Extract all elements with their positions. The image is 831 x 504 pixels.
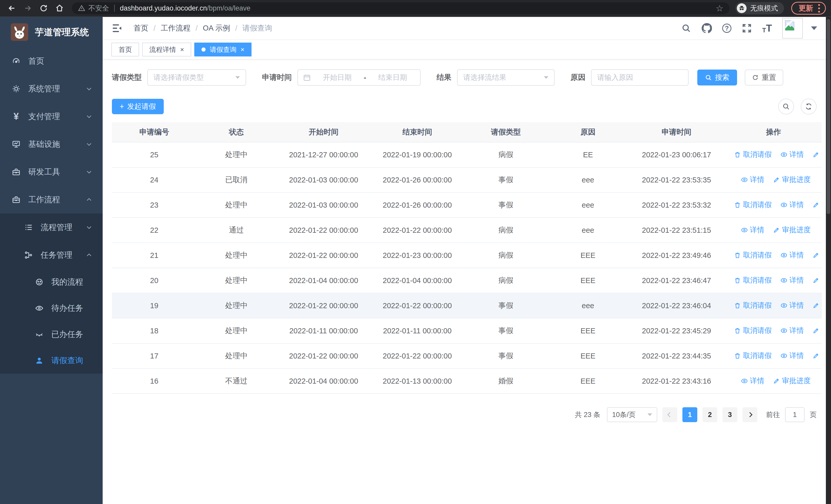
leave-type-select[interactable]: 请选择请假类型 <box>147 69 246 86</box>
detail-link[interactable]: 详情 <box>741 376 764 386</box>
progress-link[interactable]: 审批进度 <box>812 275 822 285</box>
progress-link[interactable]: 审批进度 <box>812 200 822 210</box>
sidebar-item-支付管理[interactable]: ¥支付管理 <box>0 102 103 130</box>
table-row[interactable]: 17处理中2022-01-22 00:00:002022-01-22 00:00… <box>112 343 822 368</box>
cell-actions: 取消请假详情审批进度 <box>725 343 822 368</box>
table-row[interactable]: 25处理中2021-12-27 00:00:002022-01-19 00:00… <box>112 142 822 167</box>
progress-link[interactable]: 审批进度 <box>812 326 822 335</box>
search-icon[interactable] <box>681 23 691 33</box>
progress-link[interactable]: 审批进度 <box>812 300 822 310</box>
fullscreen-icon[interactable] <box>742 23 752 33</box>
table-row[interactable]: 21处理中2022-01-22 00:00:002022-01-23 00:00… <box>112 243 822 268</box>
detail-link[interactable]: 详情 <box>780 326 804 335</box>
tab-close-icon[interactable]: × <box>180 46 184 53</box>
apply-time-range-picker[interactable]: 开始日期 - 结束日期 <box>297 69 421 86</box>
table-row[interactable]: 20处理中2022-01-04 00:00:002022-01-04 00:00… <box>112 268 822 293</box>
tab-首页[interactable]: 首页 <box>111 42 139 56</box>
page-size-select[interactable]: 10条/页 <box>607 407 657 422</box>
cancel-link[interactable]: 取消请假 <box>734 326 772 335</box>
cancel-link[interactable]: 取消请假 <box>734 351 772 360</box>
font-size-icon[interactable]: TT <box>762 23 772 34</box>
cancel-link[interactable]: 取消请假 <box>734 300 772 310</box>
cancel-link[interactable]: 取消请假 <box>734 275 772 285</box>
progress-link[interactable]: 审批进度 <box>773 376 811 386</box>
detail-link[interactable]: 详情 <box>780 351 804 360</box>
detail-link[interactable]: 详情 <box>741 175 764 184</box>
column-header-操作: 操作 <box>725 122 822 142</box>
table-refresh-icon[interactable] <box>801 98 816 114</box>
cancel-link[interactable]: 取消请假 <box>734 200 772 210</box>
tab-close-icon[interactable]: × <box>240 46 244 53</box>
sidebar-item-首页[interactable]: 首页 <box>0 47 103 75</box>
create-leave-button[interactable]: + 发起请假 <box>112 99 164 114</box>
progress-link[interactable]: 审批进度 <box>812 250 822 260</box>
table-row[interactable]: 16不通过2022-01-04 00:00:002022-01-13 00:00… <box>112 368 822 394</box>
table-row[interactable]: 24已取消2022-01-03 00:00:002022-01-26 00:00… <box>112 167 822 192</box>
sidebar-item-工作流程[interactable]: 工作流程 <box>0 186 103 213</box>
table-row[interactable]: 22通过2022-01-22 00:00:002022-01-22 00:00:… <box>112 217 822 243</box>
url-bar[interactable]: 不安全 dashboard.yudao.iocoder.cn/bpm/oa/le… <box>72 2 729 14</box>
tab-流程详情[interactable]: 流程详情× <box>142 42 191 56</box>
security-indicator[interactable]: 不安全 <box>78 4 109 13</box>
column-header-结束时间: 结束时间 <box>371 122 463 142</box>
page-button-1[interactable]: 1 <box>682 407 697 422</box>
detail-link[interactable]: 详情 <box>780 250 804 260</box>
goto-label: 前往 <box>766 410 780 419</box>
cancel-link[interactable]: 取消请假 <box>734 150 772 159</box>
sidebar-item-研发工具[interactable]: 研发工具 <box>0 158 103 186</box>
back-icon[interactable] <box>5 2 19 15</box>
avatar-caret-icon[interactable] <box>811 26 817 30</box>
page-scrollbar[interactable] <box>826 17 831 504</box>
detail-link[interactable]: 详情 <box>741 225 764 235</box>
breadcrumb-home[interactable]: 首页 <box>134 23 148 33</box>
sidebar-item-请假查询[interactable]: 请假查询 <box>0 348 103 374</box>
breadcrumb-workflow[interactable]: 工作流程 <box>161 23 191 33</box>
detail-link[interactable]: 详情 <box>780 275 804 285</box>
forward-icon[interactable] <box>21 2 34 15</box>
sidebar-item-待办任务[interactable]: 待办任务 <box>0 295 103 321</box>
prev-page-button[interactable] <box>662 407 677 422</box>
goto-page-input[interactable] <box>785 407 805 422</box>
update-button[interactable]: 更新 <box>791 2 826 14</box>
browser-toolbar: 不安全 dashboard.yudao.iocoder.cn/bpm/oa/le… <box>0 0 831 17</box>
detail-link[interactable]: 详情 <box>780 200 804 210</box>
sidebar-item-已办任务[interactable]: 已办任务 <box>0 321 103 348</box>
page-button-2[interactable]: 2 <box>703 407 717 422</box>
detail-link[interactable]: 详情 <box>780 300 804 310</box>
browser-menu-icon[interactable] <box>818 4 820 12</box>
app-logo-row[interactable]: 芋道管理系统 <box>0 17 103 47</box>
sidebar-item-任务管理[interactable]: 任务管理 <box>0 241 103 269</box>
table-row[interactable]: 19处理中2022-01-22 00:00:002022-01-22 00:00… <box>112 293 822 318</box>
next-page-button[interactable] <box>742 407 757 422</box>
progress-link[interactable]: 审批进度 <box>773 175 811 184</box>
sidebar-collapse-icon[interactable] <box>111 23 123 34</box>
sidebar-item-流程管理[interactable]: 流程管理 <box>0 213 103 241</box>
tab-请假查询[interactable]: 请假查询× <box>194 42 252 56</box>
detail-link[interactable]: 详情 <box>780 150 804 159</box>
sidebar-item-我的流程[interactable]: 我的流程 <box>0 269 103 295</box>
breadcrumb-oa-example[interactable]: OA 示例 <box>203 23 230 33</box>
sidebar-item-系统管理[interactable]: 系统管理 <box>0 75 103 102</box>
cell-end: 2022-01-11 00:00:00 <box>371 318 463 343</box>
cancel-link[interactable]: 取消请假 <box>734 250 772 260</box>
table-row[interactable]: 18处理中2022-01-11 00:00:002022-01-11 00:00… <box>112 318 822 343</box>
progress-link[interactable]: 审批进度 <box>812 150 822 159</box>
progress-link[interactable]: 审批进度 <box>812 351 822 360</box>
progress-link[interactable]: 审批进度 <box>773 225 811 235</box>
scrollbar-thumb[interactable] <box>827 19 830 214</box>
avatar[interactable] <box>782 18 803 38</box>
table-row[interactable]: 23处理中2022-01-03 00:00:002022-01-26 00:00… <box>112 192 822 217</box>
github-icon[interactable] <box>701 23 712 33</box>
reason-input[interactable] <box>591 69 689 86</box>
reset-button[interactable]: 重置 <box>745 69 783 85</box>
search-button[interactable]: 搜索 <box>697 69 737 85</box>
sidebar-item-基础设施[interactable]: 基础设施 <box>0 130 103 158</box>
bookmark-star-icon[interactable]: ☆ <box>716 3 723 13</box>
reload-icon[interactable] <box>37 2 50 15</box>
result-select[interactable]: 请选择流结果 <box>457 69 554 86</box>
page-button-3[interactable]: 3 <box>722 407 737 422</box>
help-icon[interactable]: ? <box>722 24 732 33</box>
home-icon[interactable] <box>53 2 66 15</box>
table-search-toggle-icon[interactable] <box>778 98 794 114</box>
page-buttons: 123 <box>682 407 737 422</box>
